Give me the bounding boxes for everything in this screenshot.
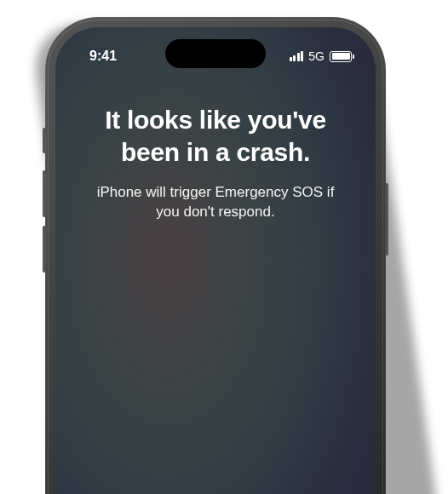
cellular-signal-icon [290,51,304,61]
volume-up-button [43,170,45,217]
phone-frame: 9:41 5G It looks like you've been in a c… [45,17,386,494]
status-time: 9:41 [89,49,117,64]
battery-icon [330,51,352,62]
phone-mockup: 9:41 5G It looks like you've been in a c… [45,17,403,494]
crash-subtext: iPhone will trigger Emergency SOS if you… [81,183,350,222]
network-type: 5G [308,49,325,63]
phone-screen: 9:41 5G It looks like you've been in a c… [55,27,376,494]
volume-down-button [43,226,45,273]
silent-switch [43,128,45,153]
slider-area: SOS Emergency Call [55,361,376,494]
power-button [386,183,388,256]
crash-alert-content: It looks like you've been in a crash. iP… [55,70,376,361]
dynamic-island [165,39,266,68]
status-indicators: 5G [290,49,352,63]
crash-heading: It looks like you've been in a crash. [81,104,350,168]
